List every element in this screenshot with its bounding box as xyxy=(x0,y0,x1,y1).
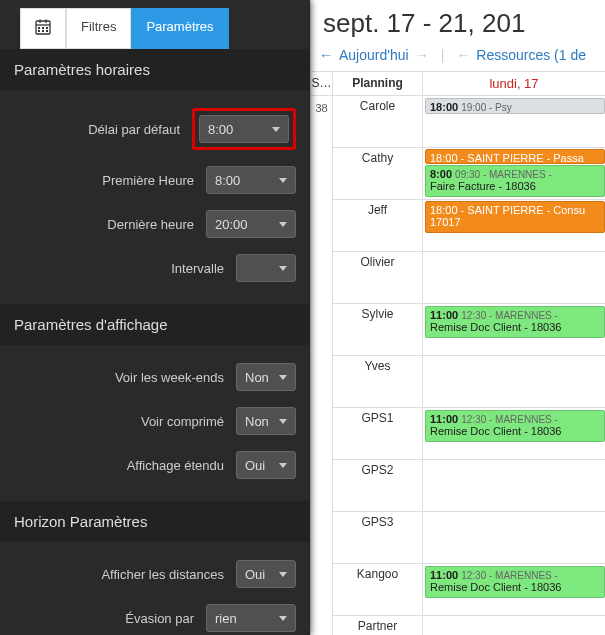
derniere-select[interactable]: 20:00 xyxy=(206,210,296,238)
event-row[interactable]: 11:00 12:30 - MARENNES - Remise Doc Clie… xyxy=(423,304,605,356)
premiere-label: Première Heure xyxy=(14,173,194,188)
distances-label: Afficher les distances xyxy=(14,567,224,582)
header-planning: Planning xyxy=(333,72,423,95)
derniere-value: 20:00 xyxy=(215,217,248,232)
weekends-label: Voir les week-ends xyxy=(14,370,224,385)
name-row: GPS3 xyxy=(333,512,422,564)
event-carole[interactable]: 18:00 19:00 - Psy xyxy=(425,98,605,114)
event-row[interactable]: 18:00 - SAINT PIERRE - Consu 17017 xyxy=(423,200,605,252)
event-row[interactable] xyxy=(423,356,605,408)
event-row[interactable]: 18:00 - SAINT PIERRE - Passa 8:00 09:30 … xyxy=(423,148,605,200)
names-column: Carole Cathy Jeff Olivier Sylvie Yves GP… xyxy=(333,96,423,635)
svg-rect-4 xyxy=(38,27,40,29)
event-row[interactable] xyxy=(423,512,605,564)
name-row: Olivier xyxy=(333,252,422,304)
svg-rect-8 xyxy=(42,30,44,32)
event-time: 11:00 xyxy=(430,413,458,425)
prev-arrow-icon[interactable]: ← xyxy=(319,47,333,63)
distances-select[interactable]: Oui xyxy=(236,560,296,588)
intervalle-label: Intervalle xyxy=(14,261,224,276)
weekends-select[interactable]: Non xyxy=(236,363,296,391)
chevron-down-icon xyxy=(279,463,287,468)
event-sylvie[interactable]: 11:00 12:30 - MARENNES - Remise Doc Clie… xyxy=(425,306,605,338)
evasion-select[interactable]: rien xyxy=(206,604,296,632)
event-desc: 09:30 - MARENNES - xyxy=(455,169,552,180)
event-desc: 19:00 - Psy xyxy=(461,102,512,113)
event-cathy-1[interactable]: 18:00 - SAINT PIERRE - Passa xyxy=(425,149,605,164)
svg-rect-9 xyxy=(46,30,48,32)
etendu-label: Affichage étendu xyxy=(14,458,224,473)
tab-calendar-icon[interactable] xyxy=(20,8,66,49)
comprime-value: Non xyxy=(245,414,269,429)
evasion-label: Évasion par xyxy=(14,611,194,626)
weekends-value: Non xyxy=(245,370,269,385)
section-horaires-header: Paramètres horaires xyxy=(0,49,310,90)
time-marker: 38 xyxy=(311,102,332,114)
name-row: Sylvie xyxy=(333,304,422,356)
event-time: 8:00 xyxy=(430,168,452,180)
name-row: Carole xyxy=(333,96,422,148)
evasion-value: rien xyxy=(215,611,237,626)
event-jeff[interactable]: 18:00 - SAINT PIERRE - Consu 17017 xyxy=(425,201,605,233)
premiere-select[interactable]: 8:00 xyxy=(206,166,296,194)
header-s: S… xyxy=(311,72,333,95)
today-button[interactable]: Aujourd'hui xyxy=(339,47,409,63)
delai-label: Délai par défaut xyxy=(14,122,180,137)
chevron-down-icon xyxy=(279,266,287,271)
tab-parametres[interactable]: Paramètres xyxy=(131,8,228,49)
chevron-down-icon xyxy=(272,127,280,132)
event-text: 18:00 - SAINT PIERRE - Passa xyxy=(430,152,584,164)
event-row[interactable] xyxy=(423,252,605,304)
header-day[interactable]: lundi, 17 xyxy=(423,72,605,95)
name-row: GPS2 xyxy=(333,460,422,512)
distances-value: Oui xyxy=(245,567,265,582)
horaires-rows: Délai par défaut 8:00 Première Heure 8:0… xyxy=(0,90,310,304)
derniere-label: Dernière heure xyxy=(14,217,194,232)
event-cathy-2[interactable]: 8:00 09:30 - MARENNES - Faire Facture - … xyxy=(425,165,605,197)
calendar-grid: S… Planning lundi, 17 38 Carole Cathy Je… xyxy=(311,71,605,635)
event-kangoo[interactable]: 11:00 12:30 - MARENNES - Remise Doc Clie… xyxy=(425,566,605,598)
res-prev-arrow-icon[interactable]: ← xyxy=(456,47,470,63)
premiere-value: 8:00 xyxy=(215,173,240,188)
affichage-rows: Voir les week-ends Non Voir comprimé Non… xyxy=(0,345,310,501)
event-line2: Remise Doc Client - 18036 xyxy=(430,321,561,333)
resources-button[interactable]: Ressources (1 de xyxy=(476,47,586,63)
event-desc: 12:30 - MARENNES - xyxy=(461,414,558,425)
comprime-select[interactable]: Non xyxy=(236,407,296,435)
delai-select[interactable]: 8:00 xyxy=(199,115,289,143)
events-column: 18:00 19:00 - Psy 18:00 - SAINT PIERRE -… xyxy=(423,96,605,635)
calendar-title: sept. 17 - 21, 201 xyxy=(311,0,605,43)
tab-filtres[interactable]: Filtres xyxy=(66,8,131,49)
name-row: Kangoo xyxy=(333,564,422,616)
event-line2: Faire Facture - 18036 xyxy=(430,180,536,192)
delai-highlight: 8:00 xyxy=(192,108,296,150)
event-row[interactable] xyxy=(423,616,605,635)
event-row[interactable]: 11:00 12:30 - MARENNES - Remise Doc Clie… xyxy=(423,408,605,460)
section-horizon-header: Horizon Paramètres xyxy=(0,501,310,542)
event-row[interactable]: 18:00 19:00 - Psy xyxy=(423,96,605,148)
event-time: 11:00 xyxy=(430,569,458,581)
horizon-rows: Afficher les distances Oui Évasion par r… xyxy=(0,542,310,635)
event-time: 18:00 xyxy=(430,101,458,113)
chevron-down-icon xyxy=(279,375,287,380)
chevron-down-icon xyxy=(279,572,287,577)
svg-rect-5 xyxy=(42,27,44,29)
intervalle-select[interactable] xyxy=(236,254,296,282)
settings-panel: Filtres Paramètres Paramètres horaires D… xyxy=(0,0,310,635)
etendu-select[interactable]: Oui xyxy=(236,451,296,479)
comprime-label: Voir comprimé xyxy=(14,414,224,429)
section-affichage-header: Paramètres d'affichage xyxy=(0,304,310,345)
delai-value: 8:00 xyxy=(208,122,233,137)
grid-body: 38 Carole Cathy Jeff Olivier Sylvie Yves… xyxy=(311,96,605,635)
event-row[interactable] xyxy=(423,460,605,512)
chevron-down-icon xyxy=(279,419,287,424)
next-arrow-icon[interactable]: → xyxy=(415,47,429,63)
event-time: 11:00 xyxy=(430,309,458,321)
tabs: Filtres Paramètres xyxy=(0,0,310,49)
svg-rect-6 xyxy=(46,27,48,29)
event-desc: 12:30 - MARENNES - xyxy=(461,570,558,581)
event-gps1[interactable]: 11:00 12:30 - MARENNES - Remise Doc Clie… xyxy=(425,410,605,442)
event-line2: Remise Doc Client - 18036 xyxy=(430,581,561,593)
event-row[interactable]: 11:00 12:30 - MARENNES - Remise Doc Clie… xyxy=(423,564,605,616)
chevron-down-icon xyxy=(279,178,287,183)
